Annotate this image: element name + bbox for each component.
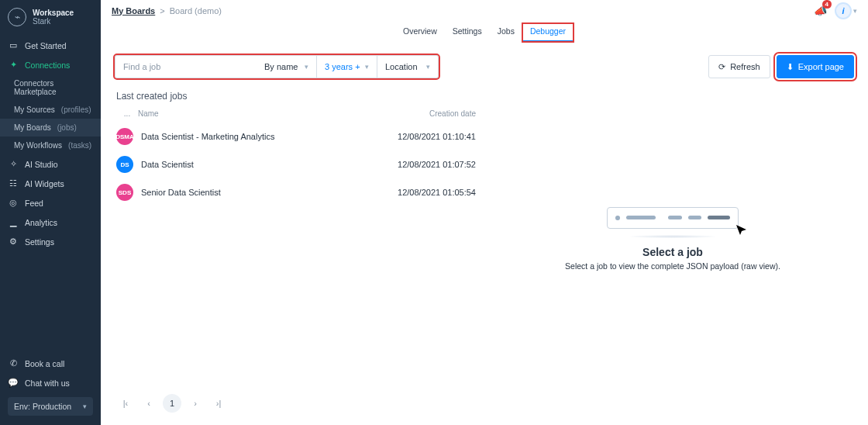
nav-sub-label: My Workflows <box>14 141 62 150</box>
page-prev[interactable]: ‹ <box>140 394 158 413</box>
avatar-icon: i <box>835 2 852 19</box>
page-first[interactable]: |‹ <box>116 394 135 413</box>
workspace-logo-icon: ⌁ <box>8 8 26 26</box>
book-icon: ▭ <box>8 40 19 50</box>
nav-ai-widgets[interactable]: ☷ AI Widgets <box>0 174 101 193</box>
env-selector[interactable]: Env: Production ▾ <box>8 397 93 416</box>
refresh-label: Refresh <box>730 62 760 71</box>
workspace-header[interactable]: ⌁ Workspace Stark <box>0 0 101 36</box>
env-label: Env: Production <box>14 402 71 411</box>
notifications-button[interactable]: 📣 4 <box>814 5 827 17</box>
tab-overview[interactable]: Overview <box>395 23 445 42</box>
search-input[interactable] <box>115 56 257 78</box>
book-a-call[interactable]: ✆ Book a call <box>8 354 93 373</box>
chat-with-us-label: Chat with us <box>25 378 70 388</box>
location-dropdown[interactable]: Location ▾ <box>377 56 438 78</box>
jobs-table-body: DSMAData Scientist - Marketing Analytics… <box>115 123 477 206</box>
toolbar: By name ▾ 3 years + ▾ Location ▾ ⟳ Refre… <box>115 55 854 78</box>
range-label: 3 years + <box>325 62 360 71</box>
sidebar-nav: ▭ Get Started ✦ Connections Connectors M… <box>0 36 101 251</box>
nav-ai-studio-label: AI Studio <box>25 160 58 169</box>
location-label: Location <box>385 62 418 71</box>
job-name: Data Scientist <box>141 160 367 169</box>
chevron-down-icon: ▾ <box>365 63 369 71</box>
phone-icon: ✆ <box>8 358 19 368</box>
nav-settings-label: Settings <box>25 237 54 247</box>
job-row[interactable]: DSMAData Scientist - Marketing Analytics… <box>115 123 477 150</box>
page-last[interactable]: ›| <box>209 394 228 413</box>
refresh-button[interactable]: ⟳ Refresh <box>708 55 770 78</box>
chart-icon: ▁ <box>8 217 19 227</box>
empty-state-sub: Select a job to view the complete JSON p… <box>565 261 780 271</box>
sort-label: By name <box>264 62 298 71</box>
job-badge: DS <box>116 156 133 173</box>
empty-state: Select a job Select a job to view the co… <box>565 207 780 271</box>
refresh-icon: ⟳ <box>718 62 725 72</box>
download-icon: ⬇ <box>787 62 794 72</box>
job-badge: SDS <box>116 184 133 201</box>
breadcrumb-current: Board (demo) <box>170 6 222 16</box>
col-index: ... <box>116 109 138 118</box>
nav-feed[interactable]: ◎ Feed <box>0 193 101 212</box>
nav-sub-paren: (tasks) <box>68 141 91 150</box>
nav-sub-label: My Boards <box>14 123 51 132</box>
page-number[interactable]: 1 <box>163 394 181 413</box>
job-date: 12/08/2021 01:07:52 <box>367 160 476 169</box>
nav-sub-label: My Sources <box>14 105 55 114</box>
panels: Last created jobs ... Name Creation date… <box>115 91 854 386</box>
breadcrumb-root[interactable]: My Boards <box>112 6 155 16</box>
export-label: Export page <box>798 62 844 71</box>
nav-analytics[interactable]: ▁ Analytics <box>0 212 101 232</box>
nav-ai-studio[interactable]: ✧ AI Studio <box>0 154 101 174</box>
chevron-down-icon: ▾ <box>305 63 308 71</box>
tab-settings[interactable]: Settings <box>445 23 490 42</box>
page-next[interactable]: › <box>186 394 205 413</box>
book-a-call-label: Book a call <box>25 359 64 368</box>
col-date: Creation date <box>367 109 476 118</box>
nav-get-started[interactable]: ▭ Get Started <box>0 36 101 55</box>
jobs-title: Last created jobs <box>115 91 477 102</box>
breadcrumb: My Boards > Board (demo) <box>112 6 222 16</box>
detail-panel: Select a job Select a job to view the co… <box>491 91 854 386</box>
topbar: My Boards > Board (demo) 📣 4 i ▾ <box>101 0 868 21</box>
job-date: 12/08/2021 01:10:41 <box>367 132 476 141</box>
nav-feed-label: Feed <box>25 199 43 208</box>
job-row[interactable]: SDSSenior Data Scientist12/08/2021 01:05… <box>115 178 477 206</box>
notifications-count: 4 <box>822 0 832 9</box>
nav-sub-paren: (profiles) <box>61 105 91 114</box>
nav-my-workflows[interactable]: My Workflows (tasks) <box>0 136 101 154</box>
broadcast-icon: ◎ <box>8 198 19 208</box>
chevron-down-icon: ▾ <box>83 403 87 410</box>
nav-connectors-marketplace[interactable]: Connectors Marketplace <box>0 74 101 101</box>
job-row[interactable]: DSData Scientist12/08/2021 01:07:52 <box>115 150 477 178</box>
export-button[interactable]: ⬇ Export page <box>777 55 854 78</box>
user-menu[interactable]: i ▾ <box>835 2 857 19</box>
tab-debugger[interactable]: Debugger <box>522 23 574 42</box>
nav-connections-label: Connections <box>25 60 70 70</box>
job-name: Data Scientist - Marketing Analytics <box>141 132 367 141</box>
range-dropdown[interactable]: 3 years + ▾ <box>317 56 377 78</box>
nav-analytics-label: Analytics <box>25 218 57 227</box>
sort-dropdown[interactable]: By name ▾ <box>257 56 317 78</box>
empty-state-illustration <box>607 207 739 241</box>
chevron-down-icon: ▾ <box>426 63 430 71</box>
workspace-word: Workspace <box>33 9 74 17</box>
robot-icon: ✧ <box>8 159 19 169</box>
nav-my-boards[interactable]: My Boards (jobs) <box>0 119 101 136</box>
nav-settings[interactable]: ⚙ Settings <box>0 232 101 251</box>
job-date: 12/08/2021 01:05:54 <box>367 188 476 197</box>
gear-icon: ⚙ <box>8 237 19 247</box>
nav-get-started-label: Get Started <box>25 41 67 50</box>
nav-sub-label: Connectors Marketplace <box>14 79 93 96</box>
col-name: Name <box>138 109 367 118</box>
topbar-right: 📣 4 i ▾ <box>814 2 857 19</box>
nav-ai-widgets-label: AI Widgets <box>25 179 64 188</box>
nav-connections[interactable]: ✦ Connections <box>0 55 101 74</box>
tab-jobs[interactable]: Jobs <box>490 23 522 42</box>
workspace-label: Workspace Stark <box>33 9 74 26</box>
breadcrumb-sep: > <box>160 6 164 16</box>
chat-with-us[interactable]: 💬 Chat with us <box>8 373 93 392</box>
job-name: Senior Data Scientist <box>141 188 367 197</box>
filter-bar: By name ▾ 3 years + ▾ Location ▾ <box>115 55 439 78</box>
nav-my-sources[interactable]: My Sources (profiles) <box>0 101 101 119</box>
